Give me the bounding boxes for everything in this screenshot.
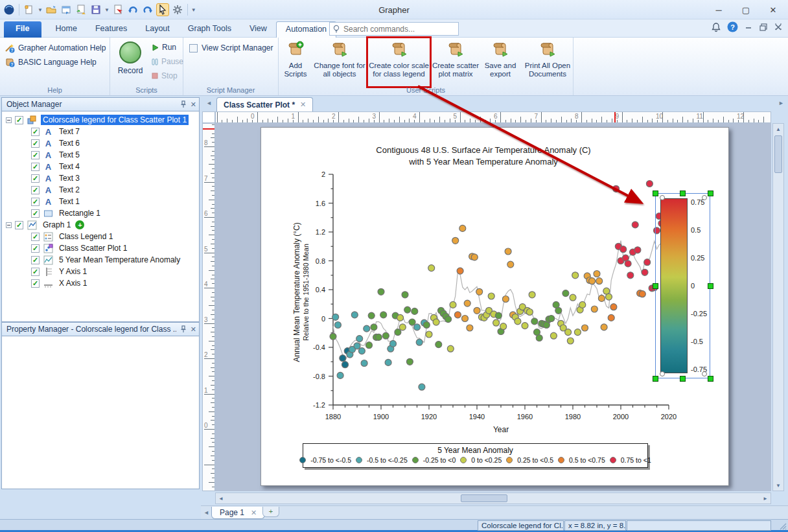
rotation-handle[interactable] — [702, 371, 707, 376]
document-tab[interactable]: Class Scatter Plot * ✕ — [216, 97, 313, 111]
ribbon-tab-layout[interactable]: Layout — [136, 21, 179, 38]
user-script-save-and-export[interactable]: Save and export — [481, 38, 519, 86]
scroll-right-icon[interactable]: ► — [760, 493, 771, 503]
close-page-icon[interactable]: ✕ — [251, 509, 257, 517]
visibility-checkbox[interactable]: ✓ — [31, 198, 40, 206]
tree-item-y-axis-1[interactable]: ✓ Y Axis 1 — [2, 266, 199, 277]
vertical-scroll-thumb[interactable] — [774, 135, 782, 173]
grapher-automation-help-button[interactable]: ? Grapher Automation Help — [5, 43, 106, 53]
visibility-checkbox[interactable]: ✓ — [15, 221, 23, 229]
basic-language-help-button[interactable]: ? BASIC Language Help — [5, 57, 97, 67]
redo-icon[interactable] — [141, 3, 154, 16]
selection-handle[interactable] — [708, 283, 713, 289]
selection-handle[interactable] — [708, 191, 713, 196]
close-window-icon[interactable] — [774, 23, 783, 32]
close-panel-icon[interactable]: ✕ — [191, 100, 196, 109]
visibility-checkbox[interactable]: ✓ — [31, 186, 40, 194]
tree-item-text-1[interactable]: ✓ A Text 1 — [2, 196, 199, 207]
resize-grip[interactable] — [779, 522, 787, 530]
page-tab[interactable]: Page 1 ✕ — [211, 507, 265, 519]
colorscale-gradient-bar[interactable] — [660, 198, 688, 373]
minimize-ribbon-icon[interactable] — [744, 23, 753, 32]
vertical-scrollbar[interactable]: ▲ ▼ — [772, 123, 784, 491]
run-button[interactable]: Run — [152, 43, 176, 52]
tree-item-text-7[interactable]: ✓ A Text 7 — [2, 126, 199, 137]
tree-item-5-year-mean-temperature-anomaly[interactable]: ✓ 5 Year Mean Temperature Anomaly — [2, 254, 199, 266]
new-document-icon[interactable] — [23, 3, 36, 16]
expander-icon[interactable] — [6, 117, 12, 123]
view-script-manager-checkbox[interactable]: View Script Manager — [189, 43, 273, 52]
tree-item-rectangle-1[interactable]: ✓ Rectangle 1 — [2, 207, 199, 219]
app-menu-icon[interactable] — [3, 3, 16, 16]
user-script-create-color-scale-for-class-legend[interactable]: Create color scale for class legend — [368, 38, 430, 86]
maximize-button[interactable]: ▢ — [735, 2, 757, 17]
dropdown-caret-icon[interactable]: ▼ — [38, 7, 43, 13]
dropdown-caret-icon[interactable]: ▼ — [104, 7, 110, 13]
scroll-down-icon[interactable]: ▼ — [773, 480, 783, 491]
close-tab-icon[interactable]: ✕ — [300, 100, 306, 109]
scroll-up-icon[interactable]: ▲ — [773, 124, 783, 134]
tree-item-text-2[interactable]: ✓ A Text 2 — [2, 184, 199, 196]
save-icon[interactable] — [89, 3, 102, 16]
selection-handle[interactable] — [653, 191, 658, 196]
tree-item-class-scatter-plot-1[interactable]: ✓ Class Scatter Plot 1 — [2, 242, 199, 254]
user-script-add-scripts[interactable]: Add Scripts — [280, 38, 311, 86]
tree-item-text-4[interactable]: ✓ A Text 4 — [2, 161, 199, 172]
ribbon-tab-home[interactable]: Home — [47, 21, 86, 38]
pin-icon[interactable] — [180, 100, 187, 108]
help-icon[interactable]: ? — [727, 21, 738, 32]
visibility-checkbox[interactable]: ✓ — [31, 244, 40, 253]
tree-item-text-3[interactable]: ✓ A Text 3 — [2, 172, 199, 184]
rotation-handle[interactable] — [660, 195, 665, 200]
horizontal-scroll-thumb[interactable] — [461, 494, 507, 502]
visibility-checkbox[interactable]: ✓ — [31, 279, 40, 288]
search-input[interactable] — [343, 25, 456, 34]
selection-handle[interactable] — [653, 376, 658, 382]
user-script-create-scatter-plot-matrix[interactable]: Create scatter plot matrix — [431, 38, 480, 86]
export-icon[interactable] — [111, 3, 124, 16]
page-tab-scroll-left-icon[interactable]: ◄ — [203, 509, 209, 516]
selection-handle[interactable] — [680, 376, 686, 382]
ribbon-tab-file[interactable]: File — [4, 21, 41, 38]
more-icon[interactable] — [198, 3, 211, 16]
tree-item-x-axis-1[interactable]: ✓ X Axis 1 — [2, 277, 199, 289]
record-button[interactable] — [119, 41, 141, 64]
visibility-checkbox[interactable]: ✓ — [31, 139, 40, 148]
ribbon-tab-graph-tools[interactable]: Graph Tools — [179, 21, 240, 38]
notifications-bell-icon[interactable] — [711, 22, 721, 32]
tab-scroll-left-icon[interactable]: ◄ — [206, 100, 212, 106]
restore-window-icon[interactable] — [759, 23, 768, 32]
visibility-checkbox[interactable]: ✓ — [15, 116, 23, 124]
open-icon[interactable] — [45, 3, 58, 16]
undo-icon[interactable] — [126, 3, 139, 16]
minimize-button[interactable]: ─ — [708, 2, 730, 17]
drawing-canvas[interactable]: Contiguous 48 U.S. Surface Air Temperatu… — [215, 123, 771, 491]
open-in-window-icon[interactable] — [60, 3, 73, 16]
selection-handle[interactable] — [708, 376, 713, 382]
pointer-tool-icon[interactable] — [156, 3, 169, 16]
pin-icon[interactable] — [180, 325, 187, 333]
command-search[interactable] — [329, 22, 459, 36]
tree-item-colorscale-legend-for-class-scatter-plot-1[interactable]: ✓ Colorscale legend for Class Scatter Pl… — [2, 114, 199, 126]
import-icon[interactable] — [75, 3, 87, 16]
tree-item-text-5[interactable]: ✓ A Text 5 — [2, 149, 199, 161]
user-script-print-all-open-documents[interactable]: Print All Open Documents — [520, 38, 575, 86]
horizontal-scrollbar[interactable]: ◄ ► — [215, 492, 771, 504]
ribbon-tab-view[interactable]: View — [240, 21, 276, 38]
visibility-checkbox[interactable]: ✓ — [31, 209, 40, 218]
class-legend[interactable]: 5 Year Mean Anomaly -0.75 to <-0.5 -0.5 … — [303, 443, 648, 468]
close-button[interactable]: ✕ — [762, 2, 784, 17]
scroll-left-icon[interactable]: ◄ — [216, 493, 226, 503]
rotation-handle[interactable] — [660, 371, 665, 376]
tree-item-text-6[interactable]: ✓ A Text 6 — [2, 137, 199, 149]
visibility-checkbox[interactable]: ✓ — [31, 233, 40, 241]
ribbon-tab-automation[interactable]: Automation — [276, 21, 336, 38]
qat-more-icon[interactable]: ▼ — [191, 7, 196, 13]
tab-scroll-right-icon[interactable]: ► — [778, 100, 784, 106]
visibility-checkbox[interactable]: ✓ — [31, 151, 40, 159]
visibility-checkbox[interactable]: ✓ — [31, 256, 40, 264]
ribbon-tab-features[interactable]: Features — [86, 21, 136, 38]
selection-handle[interactable] — [653, 283, 658, 289]
user-script-change-font-for-all-objects[interactable]: Change font for all objects — [312, 38, 367, 86]
visibility-checkbox[interactable]: ✓ — [31, 174, 40, 183]
